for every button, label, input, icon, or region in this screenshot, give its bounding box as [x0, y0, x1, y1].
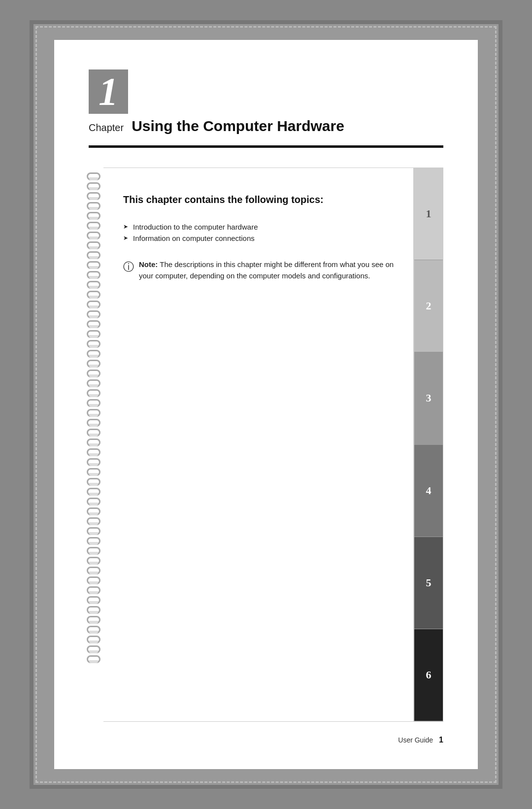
chapter-number: 1	[99, 72, 118, 111]
spiral-ring	[87, 537, 100, 545]
spiral-ring	[87, 222, 100, 230]
section-heading: This chapter contains the following topi…	[123, 193, 399, 206]
spiral-ring	[87, 527, 100, 535]
notebook-container: This chapter contains the following topi…	[89, 168, 443, 722]
spiral-ring	[87, 626, 100, 634]
spiral-ring	[87, 448, 100, 456]
footer-label: User Guide	[398, 736, 433, 744]
spiral-ring	[87, 182, 100, 190]
bullet-list: Introduction to the computer hardware In…	[123, 221, 399, 244]
spiral-ring	[87, 576, 100, 584]
spiral-ring	[87, 202, 100, 210]
spiral-ring	[87, 370, 100, 377]
bullet-item-1: Introduction to the computer hardware	[123, 221, 399, 233]
spiral-ring	[87, 557, 100, 565]
chapter-header: 1 Chapter Using the Computer Hardware	[89, 69, 443, 135]
spiral-ring	[87, 310, 100, 318]
spiral-ring	[87, 340, 100, 348]
spiral-ring	[87, 655, 100, 663]
spiral-ring	[87, 212, 100, 220]
spiral-ring	[87, 567, 100, 574]
spiral-ring	[87, 172, 100, 180]
note-label: Note:	[139, 260, 158, 269]
spiral-ring	[87, 498, 100, 506]
notebook-inner: This chapter contains the following topi…	[103, 168, 443, 722]
spiral-ring	[87, 261, 100, 269]
spiral-ring	[87, 616, 100, 624]
spiral-ring	[87, 241, 100, 249]
spiral-ring	[87, 350, 100, 358]
chapter-number-block: 1	[89, 69, 128, 114]
tab-item-4[interactable]: 4	[414, 445, 443, 537]
spiral-ring	[87, 596, 100, 604]
spiral-ring	[87, 458, 100, 466]
spiral-ring	[87, 330, 100, 338]
spiral-ring	[87, 645, 100, 653]
page: 1 Chapter Using the Computer Hardware	[54, 40, 478, 769]
spiral-ring	[87, 271, 100, 279]
tab-strip: 1 2 3 4 5 6	[413, 168, 443, 721]
spiral-ring	[87, 636, 100, 643]
chapter-title: Using the Computer Hardware	[132, 118, 344, 135]
tab-item-6[interactable]: 6	[414, 629, 443, 721]
spiral-ring	[87, 419, 100, 427]
spiral-ring	[87, 547, 100, 555]
spiral-ring	[87, 606, 100, 614]
outer-border: 1 Chapter Using the Computer Hardware	[30, 20, 502, 789]
tab-item-3[interactable]: 3	[414, 352, 443, 444]
spiral-ring	[87, 438, 100, 446]
footer-page-number: 1	[439, 736, 443, 744]
spiral-ring	[87, 320, 100, 328]
spiral-ring	[87, 360, 100, 368]
spiral-ring	[87, 389, 100, 397]
spiral-ring	[87, 301, 100, 308]
chapter-divider	[89, 145, 443, 148]
chapter-label: Chapter	[89, 122, 124, 134]
spiral-ring	[87, 409, 100, 417]
note-icon: ⓘ	[123, 260, 134, 274]
spiral-binding	[84, 168, 103, 722]
tab-item-1[interactable]: 1	[414, 168, 443, 260]
spiral-ring	[87, 251, 100, 259]
spiral-ring	[87, 478, 100, 486]
spiral-ring	[87, 586, 100, 594]
chapter-title-row: Chapter Using the Computer Hardware	[89, 118, 443, 135]
spiral-ring	[87, 399, 100, 407]
note-box: ⓘ Note: The descriptions in this chapter…	[123, 259, 399, 282]
spiral-ring	[87, 192, 100, 200]
spiral-ring	[87, 517, 100, 525]
spiral-ring	[87, 488, 100, 496]
spiral-ring	[87, 468, 100, 476]
note-content: The descriptions in this chapter might b…	[139, 260, 394, 280]
spiral-ring	[87, 232, 100, 239]
spiral-ring	[87, 291, 100, 299]
notebook-content: This chapter contains the following topi…	[103, 168, 413, 721]
spiral-ring	[87, 281, 100, 289]
tab-item-5[interactable]: 5	[414, 537, 443, 629]
note-text: Note: The descriptions in this chapter m…	[139, 259, 399, 282]
spiral-ring	[87, 429, 100, 437]
page-footer: User Guide 1	[89, 732, 443, 744]
spiral-ring	[87, 507, 100, 515]
spiral-ring	[87, 379, 100, 387]
tab-item-2[interactable]: 2	[414, 260, 443, 352]
bullet-item-2: Information on computer connections	[123, 233, 399, 244]
